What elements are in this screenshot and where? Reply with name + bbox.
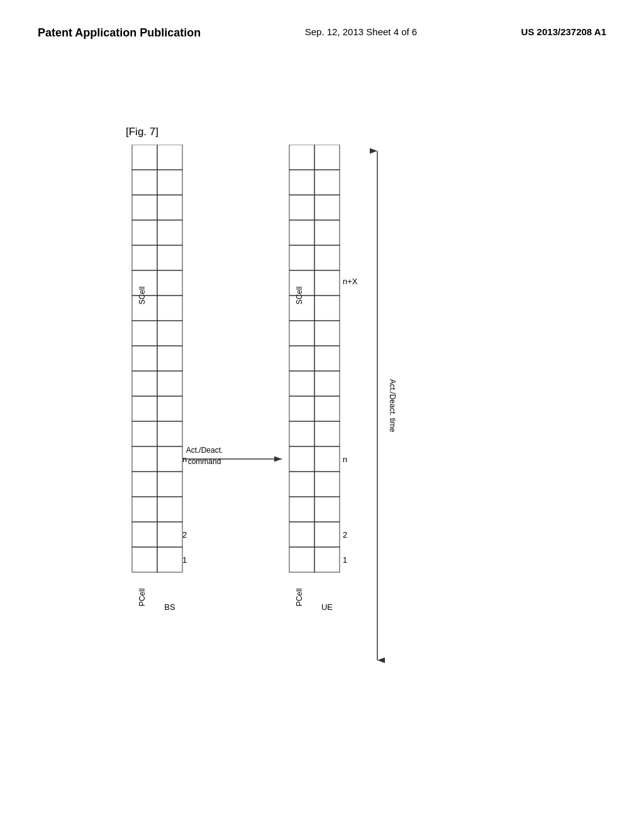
svg-rect-71 — [289, 497, 314, 522]
svg-rect-66 — [289, 446, 314, 472]
page-header: Patent Application Publication Sep. 12, … — [0, 0, 644, 41]
svg-rect-2 — [132, 170, 157, 195]
svg-rect-70 — [314, 472, 340, 497]
svg-rect-33 — [157, 522, 182, 547]
svg-text:n+X: n+X — [343, 277, 358, 286]
svg-rect-1 — [157, 145, 182, 170]
svg-rect-74 — [314, 522, 340, 547]
svg-rect-26 — [157, 446, 182, 472]
svg-rect-16 — [157, 321, 182, 346]
publication-number: US 2013/237208 A1 — [521, 25, 606, 38]
svg-rect-46 — [289, 220, 314, 245]
svg-rect-29 — [157, 472, 182, 497]
svg-rect-14 — [157, 296, 182, 321]
svg-rect-44 — [289, 195, 314, 220]
figure-label: [Fig. 7] — [126, 126, 158, 138]
svg-rect-67 — [314, 446, 340, 472]
figure-7-diagram: SCell n 2 1 PCell BS SCell n+X — [82, 145, 522, 761]
svg-rect-62 — [289, 396, 314, 421]
svg-rect-42 — [289, 170, 314, 195]
svg-rect-57 — [314, 321, 340, 346]
svg-rect-31 — [157, 497, 182, 522]
svg-text:PCell: PCell — [295, 589, 304, 607]
svg-text:1: 1 — [343, 555, 347, 565]
svg-rect-32 — [132, 522, 157, 547]
svg-rect-12 — [157, 270, 182, 296]
svg-rect-7 — [157, 220, 182, 245]
svg-rect-48 — [289, 245, 314, 270]
svg-rect-58 — [289, 346, 314, 371]
svg-rect-3 — [157, 170, 182, 195]
svg-rect-25 — [132, 446, 157, 472]
svg-rect-15 — [132, 321, 157, 346]
svg-rect-35 — [132, 547, 157, 572]
svg-rect-9 — [157, 245, 182, 270]
svg-rect-17 — [132, 346, 157, 371]
svg-rect-65 — [314, 421, 340, 446]
svg-rect-19 — [132, 371, 157, 396]
svg-text:2: 2 — [343, 530, 347, 540]
svg-rect-21 — [132, 396, 157, 421]
svg-rect-72 — [314, 497, 340, 522]
svg-rect-61 — [314, 371, 340, 396]
svg-rect-22 — [157, 396, 182, 421]
svg-rect-23 — [132, 421, 157, 446]
svg-text:Act./Deact.: Act./Deact. — [186, 446, 223, 455]
svg-text:n: n — [343, 455, 347, 464]
svg-rect-24 — [157, 421, 182, 446]
svg-rect-20 — [157, 371, 182, 396]
svg-rect-36 — [157, 547, 182, 572]
svg-rect-45 — [314, 195, 340, 220]
svg-rect-30 — [132, 497, 157, 522]
svg-rect-18 — [157, 346, 182, 371]
svg-rect-51 — [314, 270, 340, 296]
svg-rect-73 — [289, 522, 314, 547]
svg-text:UE: UE — [321, 602, 333, 612]
svg-rect-49 — [314, 245, 340, 270]
svg-text:PCell: PCell — [138, 589, 147, 607]
svg-rect-55 — [314, 296, 340, 321]
svg-rect-69 — [289, 472, 314, 497]
svg-text:2: 2 — [182, 530, 187, 540]
svg-text:command: command — [188, 457, 221, 466]
svg-rect-56 — [289, 321, 314, 346]
svg-rect-6 — [132, 220, 157, 245]
publication-date-sheet: Sep. 12, 2013 Sheet 4 of 6 — [305, 25, 417, 38]
svg-rect-43 — [314, 170, 340, 195]
publication-title: Patent Application Publication — [38, 25, 201, 41]
svg-rect-40 — [289, 145, 314, 170]
svg-text:1: 1 — [182, 555, 187, 565]
svg-rect-76 — [289, 547, 314, 572]
svg-rect-4 — [132, 195, 157, 220]
svg-rect-64 — [289, 421, 314, 446]
svg-rect-59 — [314, 346, 340, 371]
svg-rect-60 — [289, 371, 314, 396]
svg-rect-28 — [132, 472, 157, 497]
svg-text:Act./Deact. time: Act./Deact. time — [388, 379, 397, 433]
svg-rect-41 — [314, 145, 340, 170]
svg-rect-5 — [157, 195, 182, 220]
svg-rect-8 — [132, 245, 157, 270]
svg-rect-47 — [314, 220, 340, 245]
svg-rect-0 — [132, 145, 157, 170]
svg-rect-77 — [314, 547, 340, 572]
svg-text:BS: BS — [164, 602, 175, 612]
svg-rect-63 — [314, 396, 340, 421]
